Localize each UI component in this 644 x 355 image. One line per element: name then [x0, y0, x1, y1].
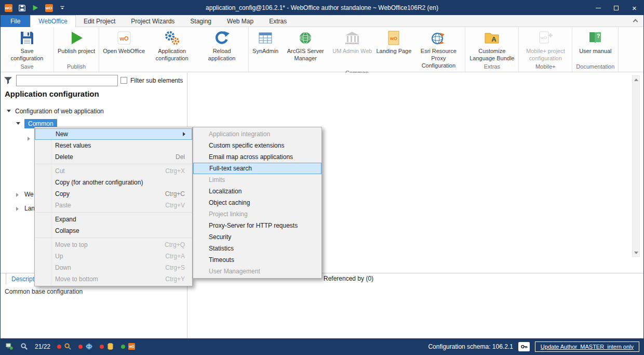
collapsed-tree-arrow-icon[interactable]	[28, 137, 30, 141]
collapsed-tree-arrow-icon[interactable]	[16, 193, 19, 197]
red-status-dot-icon	[57, 345, 61, 349]
svg-text:wO: wO	[540, 35, 547, 40]
tab-project-wizards[interactable]: Project Wizards	[123, 15, 182, 27]
menu-separator	[35, 238, 192, 238]
ribbon-group-caption: Extras	[467, 63, 517, 72]
menu-item-delete[interactable]: DeleteDel	[35, 151, 192, 163]
svg-text:wO: wO	[119, 35, 129, 42]
update-author-link[interactable]: Update Author_MASTER_intern only	[535, 341, 639, 352]
weboffice-icon[interactable]: wO	[44, 3, 53, 12]
status-item[interactable]	[57, 343, 72, 351]
tree-node-lan[interactable]: Lan	[24, 205, 35, 212]
weboffice-icon: wO	[116, 30, 132, 46]
save-icon[interactable]	[17, 3, 26, 12]
reload-icon	[213, 30, 230, 46]
landing-page-icon: wO	[385, 30, 402, 46]
status-item[interactable]: wO	[121, 343, 136, 351]
menu-item-localization[interactable]: Localization	[193, 186, 321, 197]
menu-item-move-to-top: Move to topCtrg+Q	[35, 239, 192, 251]
menu-item-object-caching[interactable]: Object caching	[193, 197, 321, 208]
menu-item-timeouts[interactable]: Timeouts	[193, 254, 321, 266]
new-submenu: Application integrationCustom specific e…	[193, 127, 322, 279]
tab-web-map[interactable]: Web Map	[219, 15, 261, 27]
collapsed-tree-arrow-icon[interactable]	[16, 207, 19, 211]
ribbon-button-arcgis-server-manager[interactable]: ArcGIS Server Manager	[280, 28, 330, 62]
menu-item-statistics[interactable]: Statistics	[193, 243, 321, 254]
scroll-down-icon[interactable]	[633, 249, 639, 256]
language-folder-icon: A	[484, 30, 500, 46]
ribbon-button-landing-page[interactable]: wOLanding Page	[374, 28, 413, 55]
expanded-tree-arrow-icon[interactable]	[16, 122, 20, 125]
menu-item-new[interactable]: New	[35, 128, 192, 140]
search-dim-icon[interactable]	[20, 343, 28, 351]
menu-item-full-text-search[interactable]: Full-text search	[193, 163, 321, 174]
menu-item-label: Paste	[55, 202, 71, 209]
ribbon-button-user-manual[interactable]: ?User manual	[577, 28, 613, 55]
ribbon-button-reload-application[interactable]: Reload application	[197, 28, 247, 62]
ribbon-button-open-weboffice[interactable]: wOOpen WebOffice	[101, 28, 147, 55]
tab-weboffice[interactable]: WebOffice	[30, 15, 76, 27]
menu-item-collapse[interactable]: Collapse	[35, 225, 192, 236]
ribbon-button-save-configuration[interactable]: Save configuration	[2, 28, 52, 62]
filter-input[interactable]	[16, 75, 118, 86]
qat-customize-icon[interactable]	[58, 3, 67, 12]
ribbon-button-application-configuration[interactable]: Application configuration	[147, 28, 197, 62]
menu-item-reset-values[interactable]: Reset values	[35, 140, 192, 151]
close-button[interactable]: ×	[625, 1, 643, 15]
menu-item-shortcut: Ctrg+Y	[165, 275, 187, 283]
menu-item-label: Up	[55, 253, 63, 260]
filter-sub-elements-checkbox[interactable]	[120, 77, 127, 84]
menu-item-move-to-bottom: Move to bottomCtrg+Y	[35, 273, 192, 285]
menu-item-paste: PasteCtrg+V	[35, 200, 192, 211]
ribbon: Save configurationSavePublish projectPub…	[1, 27, 643, 72]
tab-staging[interactable]: Staging	[182, 15, 219, 27]
ribbon-group-extras: ACustomize Language BundleExtras	[465, 27, 519, 72]
status-item[interactable]	[100, 343, 114, 351]
menu-item-limits: Limits	[193, 174, 321, 186]
ribbon-button-label: Mobile+ project configuration	[522, 48, 568, 62]
ribbon-button-synadmin[interactable]: SynAdmin	[250, 28, 280, 55]
window-title: application_config@106.2.1* - WebOffice …	[73, 1, 571, 15]
menu-item-label: Cut	[55, 167, 65, 175]
tab-referenced-by[interactable]: Referenced by (0)	[324, 275, 373, 282]
submenu-arrow-icon	[183, 132, 185, 136]
ribbon-button-label: Esri Resource Proxy Configuration	[415, 48, 461, 69]
menu-item-security[interactable]: Security	[193, 231, 321, 243]
tab-edit-project[interactable]: Edit Project	[76, 15, 123, 27]
network-icon[interactable]	[5, 343, 13, 351]
status-item[interactable]	[78, 343, 93, 351]
ribbon-button-esri-resource-proxy-configuration[interactable]: Esri Resource Proxy Configuration	[413, 28, 463, 69]
menu-item-label: Project linking	[209, 211, 248, 218]
menu-item-expand[interactable]: Expand	[35, 214, 192, 225]
minimize-button[interactable]	[589, 1, 607, 15]
expanded-tree-arrow-icon[interactable]	[7, 110, 11, 112]
vertical-scrollbar[interactable]	[632, 75, 640, 257]
menu-item-label: Proxy-Server for HTTP requests	[209, 222, 298, 229]
menu-item-proxy-server-for-http-requests[interactable]: Proxy-Server for HTTP requests	[193, 220, 321, 231]
ribbon-button-label: Open WebOffice	[103, 48, 145, 55]
ribbon-button-label: Landing Page	[376, 48, 411, 55]
manual-icon: ?	[587, 30, 603, 46]
run-project-icon[interactable]	[31, 3, 40, 12]
menu-item-user-management: User Management	[193, 266, 321, 277]
ribbon-button-customize-language-bundle[interactable]: ACustomize Language Bundle	[467, 28, 517, 62]
menu-item-label: Move to bottom	[55, 275, 98, 283]
app-logo-icon[interactable]: wO	[4, 3, 13, 12]
key-icon[interactable]	[518, 342, 530, 351]
tree-node-configuration-of-web-application[interactable]: Configuration of web application	[15, 108, 104, 115]
menu-item-email-map-across-applications[interactable]: Email map across applications	[193, 151, 321, 163]
ribbon-button-publish-project[interactable]: Publish project	[56, 28, 97, 55]
menu-item-copy-for-another-configuration[interactable]: Copy (for another configuration)	[35, 177, 192, 188]
tree-node-we[interactable]: We	[24, 191, 34, 198]
menu-item-custom-specific-extensions[interactable]: Custom specific extensions	[193, 140, 321, 151]
tab-file[interactable]: File	[1, 15, 30, 27]
scroll-up-icon[interactable]	[633, 76, 639, 83]
ribbon-group-caption: Publish	[56, 63, 97, 72]
menu-item-copy[interactable]: CopyCtrg+C	[35, 188, 192, 200]
ribbon-button-label: SynAdmin	[252, 48, 278, 55]
maximize-button[interactable]	[607, 1, 625, 15]
menu-item-shortcut: Ctrg+X	[165, 167, 187, 175]
ribbon-button-label: UM Admin Web	[332, 48, 372, 55]
tab-extras[interactable]: Extras	[261, 15, 294, 27]
menu-item-label: Timeouts	[209, 256, 234, 264]
